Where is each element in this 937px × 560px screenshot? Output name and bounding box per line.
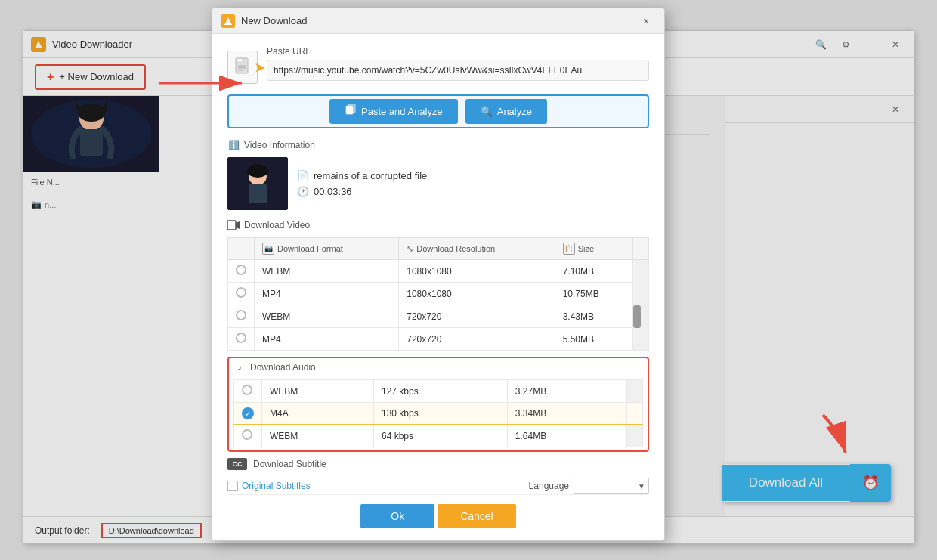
- radio-m4a-130[interactable]: ✓: [242, 407, 254, 419]
- orange-arrow-icon: ➤: [255, 60, 264, 75]
- language-label: Language: [529, 481, 569, 491]
- language-dropdown[interactable]: [574, 478, 649, 494]
- video-info-header: ℹ️ Video Information: [227, 139, 649, 151]
- svg-point-18: [247, 164, 268, 178]
- modal-footer: Ok Cancel: [227, 494, 649, 528]
- size-cell: 3.43MB: [555, 305, 632, 328]
- document-icon: [233, 57, 252, 78]
- analyze-button[interactable]: 🔍 Analyze: [465, 99, 547, 124]
- paste-analyze-row: Paste and Analyze 🔍 Analyze: [227, 94, 649, 128]
- th-resolution-label: Download Resolution: [416, 244, 495, 253]
- svg-marker-7: [224, 17, 232, 25]
- download-audio-table: WEBM 127 kbps 3.27MB ✓ M4A 130 kbps 3.34…: [233, 379, 643, 447]
- download-subtitle-label: Download Subtitle: [253, 459, 326, 469]
- cc-badge: CC: [227, 458, 247, 470]
- search-analyze-icon: 🔍: [481, 106, 493, 117]
- radio-mp4-720[interactable]: [236, 333, 246, 343]
- size-icon: 📋: [563, 243, 575, 255]
- resolution-cell: 720x720: [399, 328, 555, 351]
- resolution-cell: 720x720: [399, 305, 555, 328]
- radio-mp4-1080[interactable]: [236, 287, 246, 298]
- download-audio-label: Download Audio: [250, 362, 316, 373]
- size-cell: 7.10MB: [555, 260, 632, 283]
- download-audio-header: ♪ Download Audio: [233, 361, 643, 373]
- radio-webm-1080-webm[interactable]: [236, 265, 246, 275]
- size-cell: 10.75MB: [555, 283, 632, 305]
- bitrate-cell: 64 kbps: [373, 425, 507, 447]
- bitrate-cell: 127 kbps: [373, 380, 507, 403]
- modal-close-button[interactable]: ×: [637, 14, 655, 29]
- table-row: WEBM 64 kbps 1.64MB: [234, 425, 643, 447]
- paste-analyze-icon: [345, 104, 357, 119]
- scrollbar-cell: [633, 260, 649, 351]
- download-video-header: Download Video: [227, 219, 649, 231]
- format-cell: WEBM: [262, 425, 374, 447]
- table-header-row: 📷 Download Format ⤡ Download Resolution: [228, 238, 649, 260]
- download-subtitle-section: CC Download Subtitle: [227, 458, 649, 470]
- modal-icon: [221, 14, 235, 28]
- bitrate-cell: 130 kbps: [373, 403, 507, 425]
- table-row: MP4 1080x1080 10.75MB: [228, 283, 649, 305]
- video-info-row: 📄 remains of a corrupted file 🕐 00:03:36: [227, 157, 649, 210]
- cancel-button[interactable]: Cancel: [438, 504, 516, 528]
- radio-webm-64[interactable]: [242, 429, 252, 440]
- download-audio-section: ♪ Download Audio WEBM 127 kbps 3.27MB ✓ …: [227, 357, 649, 452]
- th-format-label: Download Format: [277, 244, 343, 253]
- clock-icon: 🕐: [297, 186, 309, 197]
- scroll-cell: [627, 403, 643, 425]
- info-icon: ℹ️: [227, 139, 240, 151]
- table-row: WEBM 1080x1080 7.10MB: [228, 260, 649, 283]
- paste-icon-box: ➤: [227, 51, 258, 84]
- scroll-cell: [627, 380, 643, 403]
- paste-icon-area: ➤: [227, 46, 258, 84]
- th-size-label: Size: [578, 244, 594, 253]
- download-video-label: Download Video: [244, 220, 310, 230]
- subtitle-checkbox: Original Subtitles: [227, 481, 311, 491]
- svg-rect-9: [236, 58, 243, 63]
- video-info-section: ℹ️ Video Information 📄 remains of a corr…: [227, 139, 649, 210]
- svg-rect-17: [249, 184, 267, 203]
- svg-rect-14: [348, 104, 355, 113]
- format-icon: 📷: [262, 243, 274, 255]
- video-duration-row: 🕐 00:03:36: [297, 186, 649, 197]
- video-thumbnail: [227, 157, 288, 210]
- th-resolution: ⤡ Download Resolution: [399, 238, 555, 260]
- paste-url-right: Paste URL: [267, 46, 649, 81]
- modal-title: New Download: [241, 15, 307, 26]
- resolution-cell: 1080x1080: [399, 283, 555, 305]
- format-cell: M4A: [262, 403, 374, 425]
- original-subtitles-label[interactable]: Original Subtitles: [242, 481, 311, 491]
- red-arrow-annotation: [808, 407, 868, 468]
- video-details: 📄 remains of a corrupted file 🕐 00:03:36: [297, 157, 649, 210]
- th-size: 📋 Size: [555, 238, 632, 260]
- paste-analyze-button[interactable]: Paste and Analyze: [329, 99, 458, 124]
- subtitle-options: Original Subtitles Language ▼: [227, 478, 649, 494]
- new-download-modal: New Download × ➤: [212, 8, 665, 541]
- format-cell: MP4: [255, 328, 399, 351]
- modal-title-left: New Download: [221, 14, 307, 28]
- analyze-label: Analyze: [497, 106, 532, 117]
- th-scroll: [633, 238, 649, 260]
- table-row: WEBM 127 kbps 3.27MB: [234, 380, 643, 403]
- resolution-cell: 1080x1080: [399, 260, 555, 283]
- download-video-section: Download Video 📷 Download Format: [227, 219, 649, 351]
- url-input[interactable]: [267, 60, 649, 81]
- format-cell: WEBM: [255, 260, 399, 283]
- scroll-cell: [627, 425, 643, 447]
- resolution-icon: ⤡: [407, 244, 413, 254]
- file-icon: 📄: [297, 170, 309, 181]
- table-row-selected: ✓ M4A 130 kbps 3.34MB: [234, 403, 643, 425]
- modal-titlebar: New Download ×: [212, 8, 664, 34]
- video-table-wrapper: 📷 Download Format ⤡ Download Resolution: [227, 237, 649, 351]
- size-cell: 1.64MB: [507, 425, 626, 447]
- paste-analyze-label: Paste and Analyze: [361, 106, 443, 117]
- table-row: WEBM 720x720 3.43MB: [228, 305, 649, 328]
- original-subtitles-checkbox[interactable]: [227, 481, 238, 491]
- video-title: remains of a corrupted file: [314, 170, 427, 181]
- radio-webm-127[interactable]: [242, 385, 252, 395]
- ok-button[interactable]: Ok: [360, 504, 434, 528]
- size-cell: 3.34MB: [507, 403, 626, 425]
- video-duration: 00:03:36: [314, 186, 352, 197]
- modal-body: ➤ Paste URL Paste and Analyze 🔍: [212, 34, 664, 540]
- radio-webm-720[interactable]: [236, 310, 246, 320]
